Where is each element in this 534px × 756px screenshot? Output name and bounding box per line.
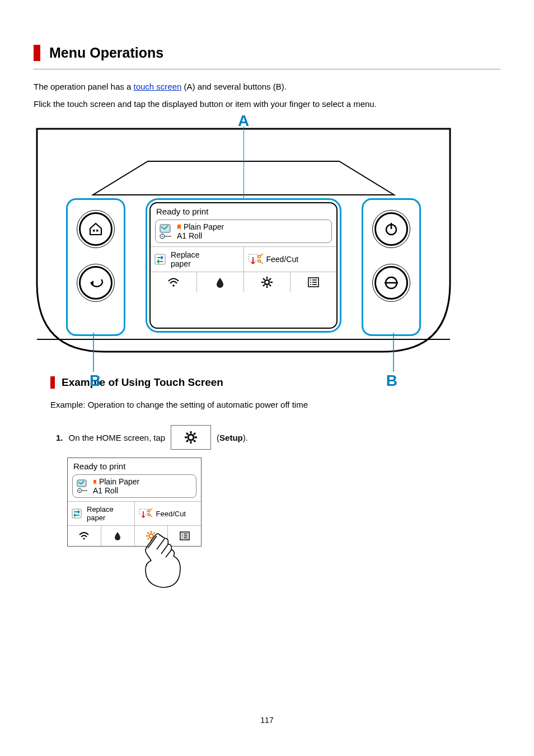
wifi-icon — [167, 277, 180, 287]
step-1-post: (Setup). — [217, 433, 248, 442]
svg-point-55 — [83, 538, 85, 540]
svg-point-47 — [79, 490, 81, 492]
leader-b-left — [92, 333, 95, 372]
button-group-right — [362, 198, 421, 336]
svg-line-19 — [263, 278, 265, 280]
heading-2-text: Example of Using Touch Screen — [62, 376, 223, 388]
svg-point-5 — [162, 236, 163, 237]
bookmark-icon — [93, 480, 97, 485]
lcd-replace-paper[interactable]: Replace paper — [151, 247, 243, 272]
lcd-paper-type-2: Plain Paper — [99, 477, 139, 486]
svg-line-54 — [150, 515, 152, 517]
feedcut-icon — [138, 507, 153, 520]
back-icon — [88, 277, 104, 288]
leader-line-a — [243, 127, 244, 198]
gear-icon — [184, 431, 198, 444]
svg-line-12 — [260, 262, 263, 264]
lcd-feed-cut-2[interactable]: Feed/Cut — [134, 502, 202, 525]
heading-1-text: Menu Operations — [49, 45, 163, 60]
svg-point-14 — [265, 280, 269, 284]
svg-point-28 — [310, 284, 311, 285]
lcd-ink-2[interactable] — [101, 526, 134, 546]
svg-line-44 — [186, 440, 188, 442]
ink-drop-icon — [114, 531, 121, 540]
lcd-status: Ready to print — [151, 203, 336, 218]
svg-point-13 — [172, 284, 175, 287]
step1-paren-close: ). — [243, 433, 248, 442]
svg-line-41 — [186, 433, 188, 435]
intro-line1: The operation panel has a touch screen (… — [34, 82, 500, 91]
lcd-icon-row — [151, 272, 336, 292]
lcd-feed-cut[interactable]: Feed/Cut — [243, 247, 337, 272]
touch-screen-link[interactable]: touch screen — [133, 82, 181, 91]
setup-icon-box — [171, 425, 211, 450]
job-list-icon — [308, 277, 319, 287]
lcd-replace-label-2: Replace paper — [87, 505, 114, 522]
svg-point-10 — [257, 260, 260, 262]
power-button[interactable] — [374, 212, 408, 246]
svg-point-24 — [310, 279, 311, 281]
svg-point-51 — [148, 510, 150, 512]
svg-rect-49 — [72, 509, 81, 518]
paper-roll-icon — [76, 479, 90, 493]
lcd-setup[interactable] — [243, 272, 290, 292]
stop-button[interactable] — [374, 266, 408, 300]
svg-line-42 — [194, 440, 195, 442]
lcd-paper-text-2: Plain Paper A1 Roll — [93, 477, 139, 495]
figure-panel: A — [34, 125, 500, 355]
stop-button-outer — [372, 264, 410, 302]
svg-line-21 — [269, 278, 271, 280]
heading-2: Example of Using Touch Screen — [50, 376, 500, 389]
back-button-outer — [77, 264, 115, 302]
svg-point-9 — [257, 255, 260, 258]
wifi-icon — [78, 531, 90, 540]
svg-point-52 — [148, 514, 150, 516]
bookmark-icon — [177, 225, 181, 230]
lcd-paper-text: Plain Paper A1 Roll — [177, 222, 224, 240]
replace-icon — [154, 253, 167, 266]
leader-b-right — [392, 333, 395, 372]
lcd-paper-panel-2[interactable]: Plain Paper A1 Roll — [72, 474, 196, 498]
lcd-wifi[interactable] — [151, 272, 196, 292]
svg-line-43 — [194, 433, 195, 435]
home-icon — [88, 222, 103, 236]
intro-post: (A) and several buttons (B). — [181, 82, 287, 91]
lcd-paper-size: A1 Roll — [177, 231, 202, 240]
marker-b-right: B — [386, 372, 397, 390]
svg-point-26 — [310, 282, 311, 283]
example-intro: Example: Operation to change the setting… — [50, 400, 500, 409]
feedcut-icon — [247, 253, 263, 266]
power-icon — [384, 222, 399, 236]
svg-line-22 — [263, 284, 265, 286]
lcd-paper-size-2: A1 Roll — [93, 486, 118, 495]
lcd-paper-type: Plain Paper — [184, 222, 224, 231]
lcd-wifi-2[interactable] — [68, 526, 101, 546]
touch-screen-area[interactable]: Ready to print Plain Paper A1 Ro — [146, 198, 341, 333]
intro-pre: The operation panel has a — [34, 82, 133, 91]
lcd-status-2: Ready to print — [68, 458, 201, 473]
home-button[interactable] — [79, 212, 113, 246]
svg-rect-2 — [96, 230, 99, 232]
lcd-screen[interactable]: Ready to print Plain Paper A1 Ro — [149, 202, 338, 329]
svg-line-11 — [260, 254, 263, 256]
lcd-jobs[interactable] — [290, 272, 336, 292]
lcd-replace-label: Replace paper — [171, 250, 199, 268]
svg-line-53 — [150, 508, 152, 510]
button-group-left — [66, 198, 125, 336]
ink-drop-icon — [216, 277, 224, 287]
lcd-replace-paper-2[interactable]: Replace paper — [68, 502, 134, 525]
lcd-feedcut-label-2: Feed/Cut — [156, 510, 186, 518]
svg-rect-7 — [155, 254, 165, 264]
step-1-num: 1. — [56, 433, 63, 442]
lcd-ink[interactable] — [196, 272, 243, 292]
home-button-outer — [77, 210, 115, 248]
lcd-paper-panel[interactable]: Plain Paper A1 Roll — [155, 220, 332, 243]
step-1-figure: Ready to print Plain Paper A1 Roll — [67, 458, 500, 547]
back-button[interactable] — [79, 266, 113, 300]
svg-rect-1 — [93, 230, 95, 232]
svg-line-20 — [269, 284, 271, 286]
step-1-pre: On the HOME screen, tap — [69, 433, 166, 442]
step1-setup-bold: Setup — [219, 433, 243, 442]
heading-1: Menu Operations — [34, 45, 500, 61]
heading-rule — [34, 69, 500, 69]
